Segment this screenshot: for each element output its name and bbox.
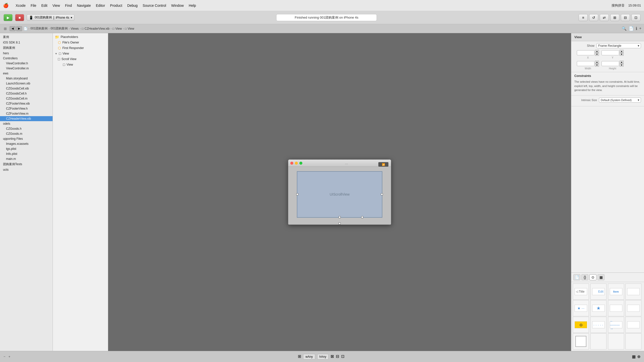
breadcrumb-5[interactable]: □ xyxy=(82,27,84,30)
xib-handle-bottom-mid[interactable] xyxy=(361,216,363,218)
tree-first-responder[interactable]: ⬡ First Responder xyxy=(53,45,108,51)
menu-find[interactable]: Find xyxy=(62,3,74,8)
xib-body[interactable]: UIScrollView xyxy=(288,167,391,222)
zoom-out-button[interactable]: − xyxy=(4,355,6,358)
sidebar-item-ucts[interactable]: ucts xyxy=(0,167,53,172)
sidebar-item-controllers[interactable]: Controllers xyxy=(0,56,53,61)
lib-item-6[interactable]: ★ xyxy=(590,300,607,316)
breadcrumb-6[interactable]: CZHeaderView.xib xyxy=(85,27,109,30)
run-button[interactable]: ▶ xyxy=(4,14,13,21)
canvas-icon-4[interactable]: ⊡ xyxy=(341,354,344,359)
xib-close-dot[interactable] xyxy=(290,162,293,165)
x-stepper-up[interactable]: ▲ xyxy=(595,50,599,53)
tab-icon-grid[interactable]: ⊞ xyxy=(3,26,8,31)
sidebar-item-supporting[interactable]: upporting Files xyxy=(0,136,53,141)
quick-help-icon[interactable]: 🔍 xyxy=(622,26,627,31)
x-stepper-down[interactable]: ▼ xyxy=(595,53,599,56)
menu-file[interactable]: File xyxy=(28,3,39,8)
menu-product[interactable]: Product xyxy=(108,3,125,8)
apple-menu[interactable]: 🍎 xyxy=(3,3,9,8)
show-dropdown[interactable]: Frame Rectangle ▾ xyxy=(596,43,641,48)
lib-item-1[interactable]: ◁ Title xyxy=(573,284,589,300)
lib-tab-code[interactable]: {} xyxy=(581,274,588,280)
width-stepper-down[interactable]: ▼ xyxy=(595,64,599,67)
sidebar-item-czgoods-m[interactable]: CZGoods.m xyxy=(0,131,53,136)
menu-view[interactable]: View xyxy=(50,3,62,8)
breadcrumb-4[interactable]: Views xyxy=(71,27,79,30)
sidebar-item-czfooterview-m[interactable]: CZFooterView.m xyxy=(0,111,53,116)
view-toggle-5[interactable]: ⊟ xyxy=(621,14,630,21)
y-input[interactable]: 106 xyxy=(601,50,619,55)
sidebar-item-sdk[interactable]: iOS SDK 8.1 xyxy=(0,40,53,45)
height-stepper-down[interactable]: ▼ xyxy=(620,64,624,67)
sidebar-item-models[interactable]: odels xyxy=(0,121,53,126)
sidebar-item-hers[interactable]: hers xyxy=(0,51,53,56)
size-any-button[interactable]: wAny xyxy=(303,354,315,359)
xib-handle-mid-right[interactable] xyxy=(381,193,383,195)
xib-scroll-view[interactable]: UIScrollView xyxy=(297,171,382,218)
sidebar-item-czfooterview-xib[interactable]: CZFooterView.xib xyxy=(0,101,53,106)
size-h-button[interactable]: hAny xyxy=(317,354,329,359)
view-toggle-2[interactable]: ↺ xyxy=(589,14,598,21)
tree-files-owner[interactable]: ⬡ File's Owner xyxy=(53,40,108,45)
x-input[interactable]: 53 xyxy=(577,50,594,55)
breadcrumb-1[interactable]: 📄 xyxy=(24,27,27,30)
sidebar-item-views[interactable]: ews xyxy=(0,71,53,76)
menu-source-control[interactable]: Source Control xyxy=(140,3,169,8)
sidebar-item-viewcontroller-m[interactable]: ViewController.m xyxy=(0,66,53,71)
zoom-in-button[interactable]: + xyxy=(9,355,11,358)
lib-item-2[interactable]: Edit xyxy=(590,284,607,300)
lib-item-13[interactable] xyxy=(573,333,589,349)
width-input[interactable]: 320 xyxy=(577,61,594,66)
sidebar-item-case[interactable]: 案例 xyxy=(0,34,53,40)
canvas-size-icon-1[interactable]: ⊞ xyxy=(298,354,301,359)
xib-bottom-outer-handle[interactable] xyxy=(339,222,341,224)
lib-tab-file[interactable]: 📄 xyxy=(573,274,580,280)
nav-forward-button[interactable]: ▶ xyxy=(16,26,22,31)
lib-tab-media[interactable]: ▦ xyxy=(597,274,605,280)
sidebar-item-project[interactable]: 团购案例 xyxy=(0,45,53,51)
breadcrumb-10[interactable]: View xyxy=(128,27,134,30)
sidebar-item-czgoodscell-m[interactable]: CZGoodsCell.m xyxy=(0,96,53,101)
xib-min-dot[interactable] xyxy=(295,162,298,165)
height-stepper-up[interactable]: ▲ xyxy=(620,61,624,64)
nav-back-button[interactable]: ◀ xyxy=(10,26,16,31)
lib-item-4[interactable] xyxy=(625,284,641,300)
intrinsic-size-dropdown[interactable]: Default (System Defined) ▾ xyxy=(599,98,641,103)
file-icon[interactable]: 📄 xyxy=(629,26,634,31)
height-input[interactable]: 75 xyxy=(601,61,619,66)
sidebar-item-launchscreen[interactable]: LaunchScreen.xib xyxy=(0,81,53,86)
sidebar-item-viewcontroller-h[interactable]: ViewController.h xyxy=(0,61,53,66)
lib-item-11[interactable]: ←———→ xyxy=(608,317,624,333)
y-stepper-up[interactable]: ▲ xyxy=(620,50,624,53)
lib-item-14[interactable] xyxy=(590,333,607,349)
sidebar-item-main-m[interactable]: main.m xyxy=(0,156,53,161)
sidebar-item-tests[interactable]: 团购案例Tests xyxy=(0,161,53,167)
y-stepper-down[interactable]: ▼ xyxy=(620,53,624,56)
menu-edit[interactable]: Edit xyxy=(39,3,50,8)
menu-navigate[interactable]: Navigate xyxy=(74,3,93,8)
breadcrumb-3[interactable]: 001团购案例 xyxy=(51,26,68,31)
sidebar-item-images[interactable]: Images.xcassets xyxy=(0,141,53,146)
xib-handle-bottom-left[interactable] xyxy=(339,216,341,218)
tree-placeholders[interactable]: 📁 Placeholders xyxy=(53,34,108,40)
breadcrumb-2[interactable]: 001团购案例 xyxy=(30,26,48,31)
sidebar-item-czgoodscell-h[interactable]: CZGoodsCell.h xyxy=(0,91,53,96)
sidebar-item-info-plist[interactable]: Info.plist xyxy=(0,151,53,156)
stop-button[interactable]: ■ xyxy=(15,14,24,21)
tree-view[interactable]: ▼ □ View xyxy=(53,51,108,56)
menu-debug[interactable]: Debug xyxy=(125,3,140,8)
lib-item-7[interactable] xyxy=(608,300,624,316)
sidebar-item-czgoodscell-xib[interactable]: CZGoodsCell.xib xyxy=(0,86,53,91)
inspector-icon[interactable]: ℹ xyxy=(636,26,637,31)
view-toggle-1[interactable]: ≡ xyxy=(579,14,588,21)
menu-xcode[interactable]: Xcode xyxy=(13,3,28,8)
scheme-selector[interactable]: 📱 001团购案例 | iPhone 4s ▾ xyxy=(27,14,74,21)
sidebar-item-czgoods-h[interactable]: CZGoods.h xyxy=(0,126,53,131)
zoom-fit-icon[interactable]: ⊕ xyxy=(637,354,640,359)
sidebar-item-tgs-plist[interactable]: tgs.plist xyxy=(0,146,53,151)
grid-icon[interactable]: ▦ xyxy=(632,354,636,359)
sidebar-item-czfooterview-h[interactable]: CZFooterView.h xyxy=(0,106,53,111)
xib-max-dot[interactable] xyxy=(299,162,302,165)
lib-item-9[interactable]: ⊖ xyxy=(573,317,589,333)
